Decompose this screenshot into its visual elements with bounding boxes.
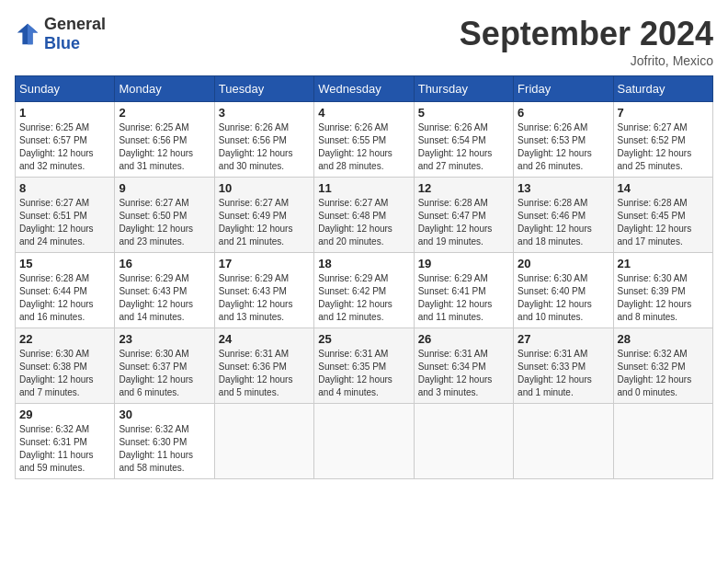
- calendar-cell: [214, 404, 313, 479]
- calendar-cell: 4Sunrise: 6:26 AMSunset: 6:55 PMDaylight…: [314, 102, 414, 178]
- calendar-cell: 22Sunrise: 6:30 AMSunset: 6:38 PMDayligh…: [16, 328, 115, 404]
- day-number: 17: [219, 257, 310, 270]
- day-number: 11: [318, 181, 409, 195]
- week-row-4: 22Sunrise: 6:30 AMSunset: 6:38 PMDayligh…: [16, 328, 713, 404]
- calendar-cell: [314, 404, 414, 479]
- logo-text: General Blue: [44, 15, 106, 53]
- day-info: Sunrise: 6:29 AMSunset: 6:41 PMDaylight:…: [418, 272, 509, 324]
- day-number: 14: [618, 181, 709, 195]
- calendar-cell: 11Sunrise: 6:27 AMSunset: 6:48 PMDayligh…: [314, 178, 414, 253]
- calendar-cell: 3Sunrise: 6:26 AMSunset: 6:56 PMDaylight…: [214, 102, 313, 178]
- day-info: Sunrise: 6:25 AMSunset: 6:57 PMDaylight:…: [19, 121, 110, 173]
- calendar-table: Sunday Monday Tuesday Wednesday Thursday…: [15, 75, 713, 479]
- day-info: Sunrise: 6:27 AMSunset: 6:49 PMDaylight:…: [219, 197, 310, 248]
- logo-blue: Blue: [44, 34, 80, 52]
- day-info: Sunrise: 6:26 AMSunset: 6:53 PMDaylight:…: [518, 121, 609, 173]
- calendar-cell: [514, 404, 613, 479]
- day-number: 24: [219, 332, 310, 346]
- day-number: 2: [119, 106, 210, 120]
- day-number: 25: [318, 332, 409, 346]
- day-number: 4: [318, 106, 409, 120]
- calendar-cell: 1Sunrise: 6:25 AMSunset: 6:57 PMDaylight…: [16, 102, 115, 178]
- col-friday: Friday: [514, 76, 613, 102]
- day-number: 15: [19, 257, 110, 270]
- calendar-cell: 6Sunrise: 6:26 AMSunset: 6:53 PMDaylight…: [514, 102, 613, 178]
- day-number: 22: [19, 332, 110, 346]
- day-number: 19: [418, 257, 509, 270]
- day-number: 26: [418, 332, 509, 346]
- day-number: 3: [219, 106, 310, 120]
- day-number: 9: [119, 181, 210, 195]
- day-info: Sunrise: 6:30 AMSunset: 6:40 PMDaylight:…: [518, 272, 609, 324]
- day-number: 18: [318, 257, 409, 270]
- calendar-cell: 23Sunrise: 6:30 AMSunset: 6:37 PMDayligh…: [115, 328, 214, 404]
- calendar-cell: 10Sunrise: 6:27 AMSunset: 6:49 PMDayligh…: [214, 178, 313, 253]
- day-info: Sunrise: 6:32 AMSunset: 6:30 PMDaylight:…: [119, 423, 210, 475]
- day-number: 30: [119, 408, 210, 421]
- day-number: 12: [418, 181, 509, 195]
- calendar-cell: 28Sunrise: 6:32 AMSunset: 6:32 PMDayligh…: [613, 328, 712, 404]
- calendar-cell: 2Sunrise: 6:25 AMSunset: 6:56 PMDaylight…: [115, 102, 214, 178]
- day-info: Sunrise: 6:30 AMSunset: 6:37 PMDaylight:…: [119, 348, 210, 399]
- day-number: 13: [518, 181, 609, 195]
- col-monday: Monday: [115, 76, 214, 102]
- week-row-5: 29Sunrise: 6:32 AMSunset: 6:31 PMDayligh…: [16, 404, 713, 479]
- col-saturday: Saturday: [613, 76, 712, 102]
- calendar-cell: 18Sunrise: 6:29 AMSunset: 6:42 PMDayligh…: [314, 253, 414, 328]
- day-info: Sunrise: 6:29 AMSunset: 6:42 PMDaylight:…: [318, 272, 409, 324]
- day-info: Sunrise: 6:27 AMSunset: 6:50 PMDaylight:…: [119, 197, 210, 248]
- day-info: Sunrise: 6:27 AMSunset: 6:51 PMDaylight:…: [19, 197, 110, 248]
- calendar-header-row: Sunday Monday Tuesday Wednesday Thursday…: [16, 76, 713, 102]
- day-info: Sunrise: 6:28 AMSunset: 6:44 PMDaylight:…: [19, 272, 110, 324]
- calendar-cell: 17Sunrise: 6:29 AMSunset: 6:43 PMDayligh…: [214, 253, 313, 328]
- day-number: 7: [618, 106, 709, 120]
- day-info: Sunrise: 6:29 AMSunset: 6:43 PMDaylight:…: [119, 272, 210, 324]
- svg-marker-1: [28, 24, 38, 44]
- day-info: Sunrise: 6:28 AMSunset: 6:45 PMDaylight:…: [618, 197, 709, 248]
- calendar-cell: 13Sunrise: 6:28 AMSunset: 6:46 PMDayligh…: [514, 178, 613, 253]
- calendar-cell: 14Sunrise: 6:28 AMSunset: 6:45 PMDayligh…: [613, 178, 712, 253]
- day-number: 28: [618, 332, 709, 346]
- day-info: Sunrise: 6:31 AMSunset: 6:34 PMDaylight:…: [418, 348, 509, 399]
- logo-icon: [15, 21, 40, 47]
- day-info: Sunrise: 6:32 AMSunset: 6:32 PMDaylight:…: [618, 348, 709, 399]
- day-info: Sunrise: 6:31 AMSunset: 6:35 PMDaylight:…: [318, 348, 409, 399]
- logo: General Blue: [15, 15, 106, 53]
- calendar-cell: 15Sunrise: 6:28 AMSunset: 6:44 PMDayligh…: [16, 253, 115, 328]
- calendar-cell: 16Sunrise: 6:29 AMSunset: 6:43 PMDayligh…: [115, 253, 214, 328]
- calendar-cell: 9Sunrise: 6:27 AMSunset: 6:50 PMDaylight…: [115, 178, 214, 253]
- col-thursday: Thursday: [414, 76, 513, 102]
- calendar-cell: 21Sunrise: 6:30 AMSunset: 6:39 PMDayligh…: [613, 253, 712, 328]
- day-info: Sunrise: 6:27 AMSunset: 6:48 PMDaylight:…: [318, 197, 409, 248]
- day-info: Sunrise: 6:26 AMSunset: 6:55 PMDaylight:…: [318, 121, 409, 173]
- calendar-cell: 24Sunrise: 6:31 AMSunset: 6:36 PMDayligh…: [214, 328, 313, 404]
- col-tuesday: Tuesday: [214, 76, 313, 102]
- calendar-cell: 20Sunrise: 6:30 AMSunset: 6:40 PMDayligh…: [514, 253, 613, 328]
- day-number: 5: [418, 106, 509, 120]
- calendar-cell: 29Sunrise: 6:32 AMSunset: 6:31 PMDayligh…: [16, 404, 115, 479]
- col-wednesday: Wednesday: [314, 76, 414, 102]
- calendar-cell: 25Sunrise: 6:31 AMSunset: 6:35 PMDayligh…: [314, 328, 414, 404]
- day-info: Sunrise: 6:31 AMSunset: 6:36 PMDaylight:…: [219, 348, 310, 399]
- day-number: 29: [19, 408, 110, 421]
- calendar-cell: 26Sunrise: 6:31 AMSunset: 6:34 PMDayligh…: [414, 328, 513, 404]
- calendar-cell: [414, 404, 513, 479]
- location: Jofrito, Mexico: [460, 53, 713, 68]
- day-number: 16: [119, 257, 210, 270]
- title-block: September 2024 Jofrito, Mexico: [460, 15, 713, 68]
- calendar-cell: 27Sunrise: 6:31 AMSunset: 6:33 PMDayligh…: [514, 328, 613, 404]
- day-number: 20: [518, 257, 609, 270]
- calendar-cell: 8Sunrise: 6:27 AMSunset: 6:51 PMDaylight…: [16, 178, 115, 253]
- day-info: Sunrise: 6:32 AMSunset: 6:31 PMDaylight:…: [19, 423, 110, 475]
- day-number: 27: [518, 332, 609, 346]
- page-header: General Blue September 2024 Jofrito, Mex…: [15, 15, 713, 68]
- calendar-cell: 30Sunrise: 6:32 AMSunset: 6:30 PMDayligh…: [115, 404, 214, 479]
- day-info: Sunrise: 6:27 AMSunset: 6:52 PMDaylight:…: [618, 121, 709, 173]
- day-info: Sunrise: 6:30 AMSunset: 6:39 PMDaylight:…: [618, 272, 709, 324]
- month-title: September 2024: [460, 15, 713, 53]
- day-number: 1: [19, 106, 110, 120]
- week-row-2: 8Sunrise: 6:27 AMSunset: 6:51 PMDaylight…: [16, 178, 713, 253]
- week-row-1: 1Sunrise: 6:25 AMSunset: 6:57 PMDaylight…: [16, 102, 713, 178]
- calendar-cell: 12Sunrise: 6:28 AMSunset: 6:47 PMDayligh…: [414, 178, 513, 253]
- day-info: Sunrise: 6:29 AMSunset: 6:43 PMDaylight:…: [219, 272, 310, 324]
